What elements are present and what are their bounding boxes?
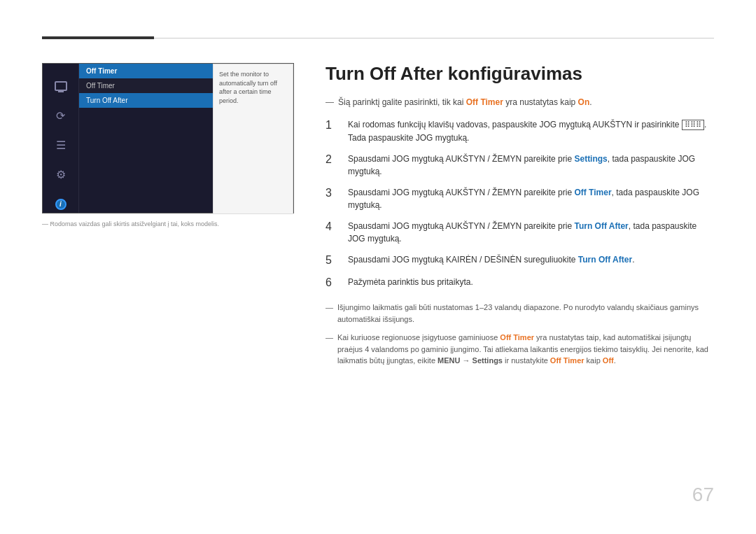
step-number-4: 4 <box>326 220 338 234</box>
off-timer-label: Off Timer <box>86 82 115 90</box>
left-panel: ⟳ ☰ ⚙ i Off Timer Off Timer Off Turn Off… <box>42 63 298 227</box>
thin-line <box>154 38 714 38</box>
step-number-1: 1 <box>326 118 338 133</box>
step-number-3: 3 <box>326 186 338 201</box>
step-text-1: Kai rodomas funkcijų klavišų vadovas, pa… <box>348 118 714 144</box>
step-item-1: 1 Kai rodomas funkcijų klavišų vadovas, … <box>326 118 714 144</box>
monitor-sidebar: ⟳ ☰ ⚙ i <box>43 64 79 213</box>
step-item-5: 5 Spausdami JOG mygtuką KAIRĖN / DEŠINĖN… <box>326 253 714 268</box>
note-text-1: Išjungimo laikmatis gali būti nustatomas… <box>337 302 714 325</box>
off-timer-highlight-note2b: Off Timer <box>550 356 584 365</box>
monitor-screenshot: ⟳ ☰ ⚙ i Off Timer Off Timer Off Turn Off… <box>42 63 294 213</box>
monitor-caption: — Rodomas vaizdas gali skirtis atsižvelg… <box>42 220 298 227</box>
top-decorative-lines <box>42 36 714 39</box>
menu-bold: MENU <box>438 356 460 365</box>
page-title: Turn Off After konfigūravimas <box>326 63 714 85</box>
intro-note-text: Šią parinktį galite pasirinkti, tik kai … <box>338 97 592 107</box>
step-item-3: 3 Spausdami JOG mygtuką AUKŠTYN / ŽEMYN … <box>326 186 714 211</box>
step-text-6: Pažymėta parinktis bus pritaikyta. <box>348 276 714 288</box>
right-content: Turn Off After konfigūravimas Šią parink… <box>326 63 714 374</box>
off-timer-highlight-note2: Off Timer <box>500 333 534 342</box>
note-section: Išjungimo laikmatis gali būti nustatomas… <box>326 302 714 367</box>
intro-off-timer-highlight: Off Timer <box>466 97 503 107</box>
description-box: Set the monitor to automatically turn of… <box>213 64 293 214</box>
step-text-2: Spausdami JOG mygtuką AUKŠTYN / ŽEMYN pa… <box>348 153 714 178</box>
off-timer-highlight-3: Off Timer <box>574 188 611 197</box>
turn-off-after-highlight-5: Turn Off After <box>578 255 632 265</box>
step-item-4: 4 Spausdami JOG mygtuką AUKŠTYN / ŽEMYN … <box>326 220 714 245</box>
page-number: 67 <box>692 484 714 506</box>
info-icon-circle: i <box>51 196 71 213</box>
intro-on-highlight: On <box>578 97 590 107</box>
step-item-2: 2 Spausdami JOG mygtuką AUKŠTYN / ŽEMYN … <box>326 153 714 178</box>
step-text-4: Spausdami JOG mygtuką AUKŠTYN / ŽEMYN pa… <box>348 220 714 245</box>
gear-icon: ⚙ <box>51 167 71 183</box>
list-icon: ☰ <box>51 136 71 153</box>
settings-bold: Settings <box>472 356 503 365</box>
settings-highlight-2: Settings <box>574 154 607 164</box>
step-number-5: 5 <box>326 253 338 268</box>
off-highlight-note2: Off <box>603 356 614 365</box>
step-text-5: Spausdami JOG mygtuką KAIRĖN / DEŠINĖN s… <box>348 253 714 266</box>
note-item-1: Išjungimo laikmatis gali būti nustatomas… <box>326 302 714 325</box>
note-text-2: Kai kuriuose regionuose įsigytuose gamin… <box>337 332 714 367</box>
turn-off-after-highlight-4: Turn Off After <box>574 221 628 231</box>
turn-off-after-label: Turn Off After <box>86 97 127 104</box>
step-number-6: 6 <box>326 276 338 290</box>
note-item-2: Kai kuriuose regionuose įsigytuose gamin… <box>326 332 714 367</box>
step-number-2: 2 <box>326 153 338 167</box>
settings-icon: ⟳ <box>51 107 71 124</box>
step-item-6: 6 Pažymėta parinktis bus pritaikyta. <box>326 276 714 290</box>
thick-line <box>42 36 154 39</box>
monitor-icon <box>51 78 71 94</box>
step-list: 1 Kai rodomas funkcijų klavišų vadovas, … <box>326 118 714 290</box>
step-text-3: Spausdami JOG mygtuką AUKŠTYN / ŽEMYN pa… <box>348 186 714 211</box>
intro-note: Šią parinktį galite pasirinkti, tik kai … <box>326 97 714 107</box>
